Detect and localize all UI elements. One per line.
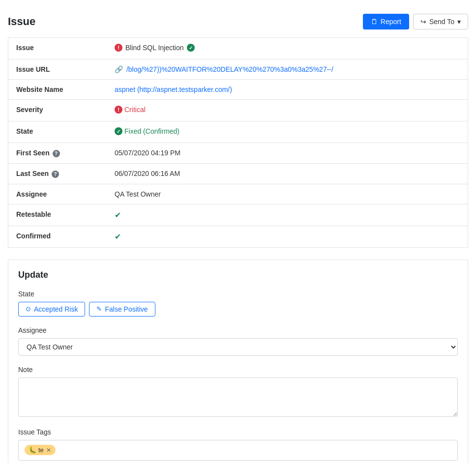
assignee-select[interactable]: QA Test Owner xyxy=(18,338,458,356)
value-url: 🔗 /blog/%27))%20WAITFOR%20DELAY%20%270%3… xyxy=(107,59,468,79)
value-first-seen: 05/07/2020 04:19 PM xyxy=(107,143,468,163)
tags-container[interactable]: 🐛 te ✕ xyxy=(18,440,458,461)
false-positive-label: False Positive xyxy=(105,305,148,313)
link-icon: 🔗 xyxy=(115,65,123,73)
state-label: State xyxy=(18,290,458,298)
state-icon xyxy=(115,127,122,135)
label-retestable: Retestable xyxy=(8,204,107,226)
issue-name-container: Blind SQL Injection xyxy=(115,44,195,52)
update-section: Update State ⊙ Accepted Risk ✎ False Pos… xyxy=(8,260,468,463)
label-website: Website Name xyxy=(8,80,107,99)
tags-label: Issue Tags xyxy=(18,428,458,436)
label-severity: Severity xyxy=(8,100,107,121)
value-assignee: QA Test Owner xyxy=(107,184,468,204)
accepted-risk-button[interactable]: ⊙ Accepted Risk xyxy=(18,302,85,317)
header-actions: 🗒 Report ↪ Send To ▾ xyxy=(363,14,468,29)
label-first-seen: First Seen ? xyxy=(8,143,107,163)
note-textarea[interactable] xyxy=(18,377,458,417)
confirmed-checkmark: ✔ xyxy=(115,232,121,241)
last-seen-help-icon[interactable]: ? xyxy=(52,171,59,178)
chevron-down-icon: ▾ xyxy=(457,18,461,26)
info-row-state: State Fixed (Confirmed) xyxy=(8,121,468,143)
info-row-retestable: Retestable ✔ xyxy=(8,204,468,226)
value-retestable: ✔ xyxy=(107,204,468,226)
note-label: Note xyxy=(18,366,458,374)
page-title: Issue xyxy=(8,15,35,28)
issue-name-text: Blind SQL Injection xyxy=(125,44,184,52)
value-severity: Critical xyxy=(107,100,468,121)
tag-text: te xyxy=(38,446,44,454)
tag-icon: 🐛 xyxy=(29,446,36,454)
issue-url-link[interactable]: /blog/%27))%20WAITFOR%20DELAY%20%270%3a0… xyxy=(126,65,333,73)
file-icon: 🗒 xyxy=(371,18,378,26)
info-row-website: Website Name aspnet (http://aspnet.tests… xyxy=(8,80,468,100)
page-header: Issue 🗒 Report ↪ Send To ▾ xyxy=(8,8,468,38)
severity-badge: Critical xyxy=(115,106,146,114)
value-confirmed: ✔ xyxy=(107,226,468,247)
update-title: Update xyxy=(18,270,458,280)
label-confirmed: Confirmed xyxy=(8,226,107,247)
sendto-button[interactable]: ↪ Send To ▾ xyxy=(413,14,468,29)
info-row-confirmed: Confirmed ✔ xyxy=(8,226,468,247)
retestable-checkmark: ✔ xyxy=(115,211,121,219)
website-link[interactable]: aspnet (http://aspnet.testsparker.com/) xyxy=(115,86,232,93)
info-row-last-seen: Last Seen ? 06/07/2020 06:16 AM xyxy=(8,164,468,184)
critical-icon xyxy=(115,44,122,52)
info-row-assignee: Assignee QA Test Owner xyxy=(8,184,468,204)
value-website: aspnet (http://aspnet.testsparker.com/) xyxy=(107,80,468,99)
verified-icon xyxy=(187,44,195,52)
sendto-button-label: Send To xyxy=(429,18,454,26)
note-form-group: Note xyxy=(18,366,458,418)
tags-form-group: Issue Tags 🐛 te ✕ Enter up to 20 tags. xyxy=(18,428,458,463)
accepted-risk-label: Accepted Risk xyxy=(34,305,78,313)
severity-icon xyxy=(115,106,122,114)
label-issue: Issue xyxy=(8,38,107,59)
label-last-seen: Last Seen ? xyxy=(8,164,107,184)
accepted-risk-icon: ⊙ xyxy=(26,305,31,313)
assignee-form-group: Assignee QA Test Owner xyxy=(18,326,458,356)
state-badge: Fixed (Confirmed) xyxy=(115,127,179,135)
value-state: Fixed (Confirmed) xyxy=(107,121,468,143)
false-positive-button[interactable]: ✎ False Positive xyxy=(89,302,155,317)
value-issue: Blind SQL Injection xyxy=(107,38,468,59)
tag-item: 🐛 te ✕ xyxy=(25,445,56,455)
state-text: Fixed (Confirmed) xyxy=(124,127,179,135)
arrow-icon: ↪ xyxy=(420,18,426,26)
first-seen-help-icon[interactable]: ? xyxy=(53,150,60,157)
issue-details-table: Issue Blind SQL Injection Issue URL 🔗 /b… xyxy=(8,38,468,248)
state-buttons-container: ⊙ Accepted Risk ✎ False Positive xyxy=(18,302,458,317)
info-row-issue: Issue Blind SQL Injection xyxy=(8,38,468,59)
info-row-severity: Severity Critical xyxy=(8,100,468,121)
info-row-url: Issue URL 🔗 /blog/%27))%20WAITFOR%20DELA… xyxy=(8,59,468,80)
tag-remove-button[interactable]: ✕ xyxy=(46,447,52,453)
label-url: Issue URL xyxy=(8,59,107,79)
info-row-first-seen: First Seen ? 05/07/2020 04:19 PM xyxy=(8,143,468,164)
label-state: State xyxy=(8,121,107,143)
state-form-group: State ⊙ Accepted Risk ✎ False Positive xyxy=(18,290,458,317)
severity-text: Critical xyxy=(124,106,146,114)
false-positive-icon: ✎ xyxy=(96,305,102,313)
report-button[interactable]: 🗒 Report xyxy=(363,14,409,29)
value-last-seen: 06/07/2020 06:16 AM xyxy=(107,164,468,184)
report-button-label: Report xyxy=(381,18,401,26)
assignee-form-label: Assignee xyxy=(18,326,458,334)
label-assignee: Assignee xyxy=(8,184,107,204)
